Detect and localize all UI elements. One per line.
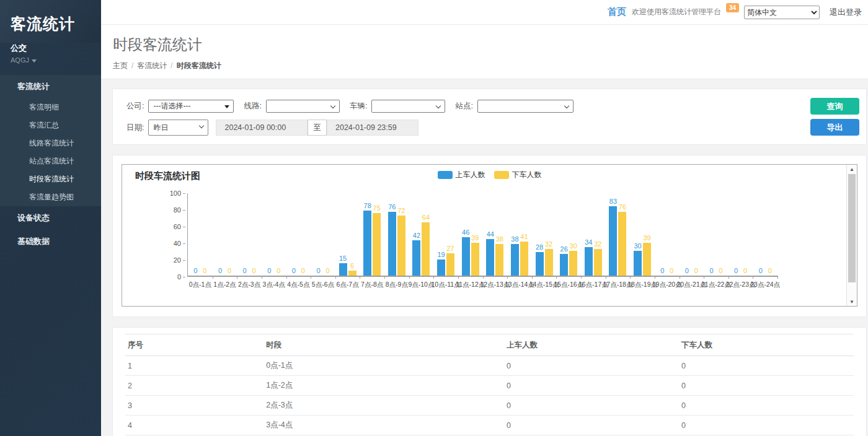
- bar-wrapper: 28: [536, 193, 544, 276]
- bar[interactable]: [634, 251, 642, 276]
- bar[interactable]: [471, 243, 479, 276]
- date-preset-select[interactable]: 昨日: [148, 120, 208, 136]
- y-tick-label: 60: [174, 223, 185, 230]
- scroll-up-icon[interactable]: ▲: [847, 165, 857, 173]
- table-row[interactable]: 32点-3点00: [125, 396, 854, 416]
- breadcrumb-item[interactable]: 主页: [113, 61, 128, 70]
- table-cell: 1点-2点: [264, 376, 504, 396]
- chart-category-group: 263015点-16点: [556, 193, 581, 276]
- bar[interactable]: [373, 213, 381, 276]
- bar-value-label: 0: [292, 267, 296, 274]
- breadcrumb-separator: /: [131, 61, 133, 70]
- sidebar-subitem[interactable]: 客流明细: [0, 98, 101, 116]
- bar[interactable]: [388, 212, 396, 276]
- legend-item[interactable]: 上车人数: [438, 170, 485, 180]
- bar-wrapper: 76: [388, 193, 396, 276]
- sidebar: 客流统计 公交 AQGJ 客流统计客流明细客流汇总线路客流统计站点客流统计时段客…: [0, 0, 101, 436]
- bar[interactable]: [594, 249, 602, 276]
- bar[interactable]: [536, 252, 544, 276]
- chart-category-group: 384113点-14点: [507, 193, 532, 276]
- bar-value-label: 38: [496, 235, 503, 243]
- chart-category-group: 1566点-7点: [335, 193, 360, 276]
- table-cell: 0: [504, 376, 679, 396]
- scroll-down-icon[interactable]: ▼: [847, 297, 857, 306]
- bar[interactable]: [397, 216, 405, 276]
- scrollbar-thumb[interactable]: [848, 174, 856, 282]
- bar[interactable]: [422, 222, 430, 276]
- bar[interactable]: [486, 239, 494, 276]
- bar-wrapper: 72: [397, 193, 405, 276]
- bar[interactable]: [412, 240, 420, 276]
- chart-scrollbar[interactable]: ▲ ▼: [846, 165, 857, 306]
- bar[interactable]: [437, 259, 445, 276]
- table-header-cell: 上车人数: [504, 334, 679, 356]
- bar[interactable]: [585, 247, 593, 276]
- sidebar-subitem[interactable]: 线路客流统计: [0, 134, 101, 152]
- logout-link[interactable]: 退出登录: [830, 7, 862, 18]
- sidebar-subitem[interactable]: 客流量趋势图: [0, 188, 101, 206]
- bar-wrapper: 32: [594, 193, 602, 276]
- chart-category-group: 0021点-22点: [704, 193, 728, 276]
- chart-category-group: 0023点-24点: [753, 193, 777, 276]
- sidebar-subitem[interactable]: 时段客流统计: [0, 170, 101, 188]
- y-tick-label: 80: [174, 206, 185, 214]
- bar-value-label: 0: [228, 267, 231, 274]
- bar-wrapper: 38: [495, 193, 503, 276]
- bar[interactable]: [569, 251, 577, 276]
- language-select[interactable]: 简体中文: [744, 6, 820, 19]
- sidebar-subitem[interactable]: 客流汇总: [0, 116, 101, 134]
- table-header-cell: 下车人数: [679, 334, 854, 356]
- bar-wrapper: 0: [717, 193, 725, 276]
- bar[interactable]: [520, 242, 528, 276]
- bar[interactable]: [339, 263, 347, 276]
- sidebar-item[interactable]: 客流统计: [0, 75, 101, 98]
- table-row[interactable]: 10点-1点00: [125, 356, 854, 376]
- bar-value-label: 32: [594, 240, 601, 248]
- sidebar-item[interactable]: 基础数据: [0, 230, 101, 253]
- vehicle-select[interactable]: [371, 100, 445, 113]
- bar-value-label: 0: [734, 267, 738, 274]
- table-row[interactable]: 43点-4点00: [125, 416, 854, 435]
- table-cell: 0: [679, 356, 854, 376]
- company-code-dropdown[interactable]: AQGJ: [11, 56, 101, 64]
- sidebar-subitem[interactable]: 站点客流统计: [0, 152, 101, 170]
- bar[interactable]: [545, 249, 553, 276]
- bar[interactable]: [446, 253, 454, 276]
- bar[interactable]: [560, 254, 568, 276]
- page-heading: 时段客流统计 主页/客流统计/时段客流统计: [101, 25, 868, 79]
- chart-category-group: 837617点-18点: [606, 193, 631, 276]
- bar[interactable]: [643, 243, 651, 276]
- bar[interactable]: [363, 211, 371, 276]
- bar[interactable]: [348, 271, 356, 276]
- table-cell: 0: [679, 396, 854, 416]
- table-header-cell: 序号: [125, 334, 264, 356]
- legend-item[interactable]: 下车人数: [494, 170, 542, 180]
- bar-value-label: 28: [536, 243, 543, 251]
- bar[interactable]: [495, 244, 503, 276]
- line-select[interactable]: [266, 100, 340, 113]
- date-from-input[interactable]: 2024-01-09 00:00: [216, 120, 308, 136]
- sidebar-item[interactable]: 设备状态: [0, 206, 101, 230]
- bar-value-label: 27: [446, 245, 454, 252]
- date-to-input[interactable]: 2024-01-09 23:59: [327, 120, 418, 136]
- bar-wrapper: 38: [511, 193, 519, 276]
- company-select[interactable]: ---请选择---: [148, 100, 234, 113]
- bar-value-label: 64: [422, 214, 430, 221]
- query-button[interactable]: 查询: [810, 98, 859, 115]
- table-row[interactable]: 21点-2点00: [125, 376, 854, 396]
- bar[interactable]: [511, 244, 519, 276]
- bar[interactable]: [618, 212, 626, 276]
- bar-wrapper: 0: [192, 193, 200, 276]
- bar[interactable]: [609, 206, 617, 276]
- home-link[interactable]: 首页: [608, 6, 626, 18]
- breadcrumb-item[interactable]: 客流统计: [137, 61, 167, 70]
- export-button[interactable]: 导出: [810, 119, 859, 136]
- x-tick-label: 8点-9点: [386, 281, 408, 289]
- y-tick-label: 40: [174, 240, 185, 247]
- bar[interactable]: [462, 237, 470, 276]
- bar-value-label: 0: [685, 267, 689, 274]
- bar-wrapper: 0: [756, 193, 764, 276]
- chart-category-group: 001点-2点: [213, 193, 237, 276]
- station-select[interactable]: [477, 100, 574, 113]
- filter-panel: 公司: ---请选择--- 线路: 车辆: 站点: 日期:: [112, 89, 867, 145]
